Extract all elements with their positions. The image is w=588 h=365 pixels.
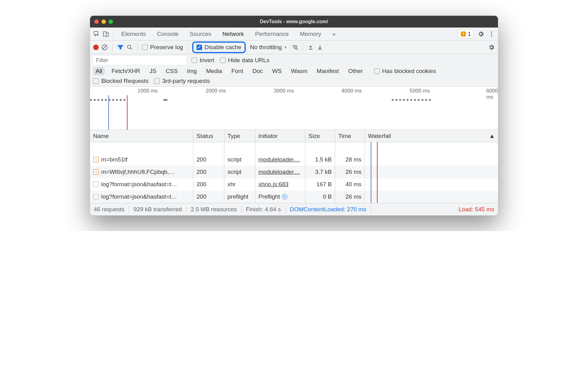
filter-type-ws[interactable]: WS bbox=[270, 67, 284, 75]
sort-indicator-icon: ▲ bbox=[489, 133, 495, 140]
disable-cache-highlight: Disable cache bbox=[192, 41, 246, 53]
throttling-select[interactable]: No throttling ▼ bbox=[248, 44, 289, 51]
disable-cache-label: Disable cache bbox=[205, 44, 241, 51]
svg-rect-1 bbox=[106, 33, 108, 36]
filter-type-wasm[interactable]: Wasm bbox=[288, 67, 310, 75]
request-table-header: Name Status Type Initiator Size Time Wat… bbox=[90, 130, 498, 142]
export-har-icon[interactable] bbox=[317, 44, 323, 51]
col-size[interactable]: Size bbox=[305, 130, 335, 142]
filter-type-font[interactable]: Font bbox=[229, 67, 246, 75]
more-tabs-button[interactable]: » bbox=[327, 31, 341, 37]
load-marker bbox=[127, 95, 128, 130]
tab-performance[interactable]: Performance bbox=[249, 31, 294, 37]
generic-file-icon bbox=[93, 182, 99, 187]
filter-type-manifest[interactable]: Manifest bbox=[314, 67, 341, 75]
status-domcontentloaded: DOMContentLoaded: 270 ms bbox=[286, 206, 371, 213]
minimize-window-button[interactable] bbox=[102, 19, 106, 24]
filter-type-css[interactable]: CSS bbox=[163, 67, 180, 75]
col-status[interactable]: Status bbox=[193, 130, 224, 142]
script-file-icon bbox=[93, 169, 99, 175]
device-toolbar-icon[interactable] bbox=[102, 31, 109, 37]
status-bar: 46 requests 929 kB transferred 2.5 MB re… bbox=[90, 203, 498, 215]
issues-badge[interactable]: ! 1 bbox=[458, 30, 474, 38]
traffic-lights bbox=[90, 19, 113, 24]
filter-toggle-icon[interactable] bbox=[117, 44, 124, 51]
hide-data-urls-checkbox[interactable]: Hide data URLs bbox=[220, 57, 270, 64]
preflight-icon: ⇅ bbox=[282, 194, 288, 200]
status-resources: 2.5 MB resources bbox=[187, 206, 242, 213]
timeline-tick: 4000 ms bbox=[342, 88, 362, 94]
network-conditions-icon[interactable] bbox=[292, 44, 298, 51]
chevron-down-icon: ▼ bbox=[283, 45, 287, 49]
filter-type-media[interactable]: Media bbox=[204, 67, 225, 75]
timeline-tick: 3000 ms bbox=[274, 88, 294, 94]
initiator-link[interactable]: xhrio.js:683 bbox=[258, 181, 288, 188]
col-initiator[interactable]: Initiator bbox=[255, 130, 305, 142]
svg-point-7 bbox=[128, 45, 131, 48]
status-finish: Finish: 4.84 s bbox=[242, 206, 286, 213]
close-window-button[interactable] bbox=[94, 19, 99, 24]
filter-type-all[interactable]: All bbox=[93, 67, 105, 75]
filter-bar: Invert Hide data URLs All Fetch/XHR JS C… bbox=[90, 54, 498, 87]
network-toolbar: Preserve log Disable cache No throttling… bbox=[90, 41, 498, 54]
initiator-link[interactable]: moduleloader… bbox=[258, 156, 300, 163]
svg-line-8 bbox=[131, 48, 132, 49]
clear-icon[interactable] bbox=[101, 44, 108, 51]
table-row[interactable]: m=bm51tf 200 script moduleloader… 1.5 kB… bbox=[90, 153, 498, 166]
kebab-menu-icon[interactable] bbox=[488, 31, 495, 37]
warning-icon: ! bbox=[461, 32, 466, 36]
table-row[interactable]: log?format=json&hasfast=t… 200 preflight… bbox=[90, 191, 498, 203]
disable-cache-checkbox[interactable]: Disable cache bbox=[197, 44, 241, 51]
record-button[interactable] bbox=[93, 45, 99, 50]
inspect-element-icon[interactable] bbox=[93, 31, 100, 37]
filter-type-js[interactable]: JS bbox=[147, 67, 159, 75]
domcontentloaded-marker bbox=[108, 95, 109, 130]
third-party-requests-checkbox[interactable]: 3rd-party requests bbox=[154, 78, 210, 84]
col-type[interactable]: Type bbox=[224, 130, 255, 142]
network-settings-icon[interactable] bbox=[488, 44, 495, 51]
tab-console[interactable]: Console bbox=[151, 31, 184, 37]
filter-input[interactable] bbox=[93, 56, 186, 65]
throttling-value: No throttling bbox=[250, 44, 282, 51]
import-har-icon[interactable] bbox=[307, 44, 314, 51]
col-time[interactable]: Time bbox=[335, 130, 365, 142]
preserve-log-label: Preserve log bbox=[150, 44, 183, 51]
divider bbox=[188, 44, 188, 51]
issues-count: 1 bbox=[468, 31, 471, 37]
main-tabs: Elements Console Sources Network Perform… bbox=[90, 28, 498, 41]
maximize-window-button[interactable] bbox=[109, 19, 113, 24]
window-title: DevTools - www.google.com/ bbox=[90, 19, 498, 24]
script-file-icon bbox=[93, 157, 99, 162]
timeline-tick: 6000 ms bbox=[486, 88, 498, 100]
filter-type-fetch-xhr[interactable]: Fetch/XHR bbox=[109, 67, 143, 75]
blocked-requests-checkbox[interactable]: Blocked Requests bbox=[93, 78, 149, 84]
search-icon[interactable] bbox=[126, 44, 133, 51]
has-blocked-cookies-checkbox[interactable]: Has blocked cookies bbox=[374, 68, 436, 75]
table-row[interactable]: log?format=json&hasfast=t… 200 xhr xhrio… bbox=[90, 178, 498, 191]
filter-type-other[interactable]: Other bbox=[346, 67, 365, 75]
divider bbox=[137, 44, 138, 51]
status-requests: 46 requests bbox=[94, 206, 129, 213]
status-transferred: 929 kB transferred bbox=[129, 206, 186, 213]
timeline-overview[interactable]: 1000 ms 2000 ms 3000 ms 4000 ms 5000 ms … bbox=[90, 87, 498, 130]
tab-elements[interactable]: Elements bbox=[116, 31, 151, 37]
svg-point-3 bbox=[491, 33, 492, 35]
initiator-text: Preflight bbox=[258, 193, 280, 200]
table-row[interactable]: m=Wt6vjf,hhhU8,FCpbqb,… 200 script modul… bbox=[90, 166, 498, 178]
titlebar: DevTools - www.google.com/ bbox=[90, 16, 498, 28]
col-waterfall[interactable]: Waterfall▲ bbox=[365, 130, 498, 142]
tab-network[interactable]: Network bbox=[217, 31, 250, 37]
tab-sources[interactable]: Sources bbox=[184, 31, 217, 37]
initiator-link[interactable]: moduleloader… bbox=[258, 169, 300, 175]
filter-type-doc[interactable]: Doc bbox=[250, 67, 266, 75]
preserve-log-checkbox[interactable]: Preserve log bbox=[142, 44, 183, 51]
request-table-body: m=bm51tf 200 script moduleloader… 1.5 kB… bbox=[90, 142, 498, 203]
filter-type-img[interactable]: Img bbox=[184, 67, 199, 75]
col-name[interactable]: Name bbox=[90, 130, 193, 142]
type-filter-row: All Fetch/XHR JS CSS Img Media Font Doc … bbox=[93, 67, 495, 75]
invert-checkbox[interactable]: Invert bbox=[192, 57, 214, 64]
timeline-tick: 2000 ms bbox=[206, 88, 226, 94]
tab-memory[interactable]: Memory bbox=[294, 31, 327, 37]
settings-icon[interactable] bbox=[478, 31, 484, 37]
divider bbox=[112, 44, 113, 51]
